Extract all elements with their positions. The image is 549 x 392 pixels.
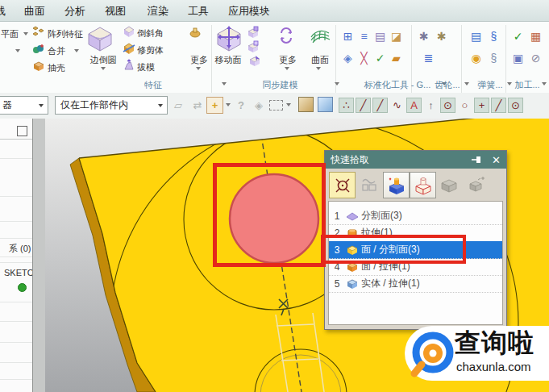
- close-icon[interactable]: ✕: [486, 154, 506, 166]
- chevron-down-icon[interactable]: [464, 82, 469, 85]
- snap-point-on-curve-icon[interactable]: ╱: [491, 98, 506, 113]
- move-object-icon[interactable]: ▱: [171, 98, 185, 112]
- check-icon[interactable]: ✓: [511, 29, 525, 43]
- draft-label[interactable]: 拔模: [137, 61, 155, 73]
- avoid-icon[interactable]: ⊘: [529, 51, 543, 65]
- spring-catalog-icon[interactable]: ▤: [469, 29, 483, 43]
- chevron-down-icon[interactable]: [335, 82, 339, 85]
- menu-item-analysis[interactable]: 分析: [64, 4, 85, 19]
- chevron-down-icon[interactable]: [286, 103, 291, 106]
- std-tool-icon-6[interactable]: ╳: [357, 51, 371, 65]
- more-sync-label[interactable]: 更多: [277, 54, 299, 66]
- unite-label[interactable]: 合并: [48, 45, 65, 57]
- menu-item-view[interactable]: 视图: [105, 4, 126, 19]
- rectangle-select-icon[interactable]: [269, 100, 283, 111]
- part-navigator-panel[interactable]: 系 (0) SKETCH: [0, 119, 33, 392]
- quickpick-filter-component-button[interactable]: [436, 172, 461, 197]
- move-face-label[interactable]: 移动面: [211, 54, 245, 66]
- solid-body-filter-icon[interactable]: [298, 97, 314, 112]
- chevron-down-icon[interactable]: [316, 67, 321, 70]
- trim-body-label[interactable]: 修剪体: [137, 44, 164, 56]
- snap-arc-center-icon[interactable]: ⊙: [440, 98, 455, 113]
- trim-body-button[interactable]: [123, 42, 135, 58]
- quickpick-filter-wireframe-button[interactable]: [356, 172, 381, 197]
- menu-item-curve[interactable]: 线: [0, 4, 6, 19]
- spring-cut-icon[interactable]: §: [487, 51, 501, 65]
- quick-pick-row-1[interactable]: 1 分割面(3): [329, 207, 502, 225]
- chevron-down-icon[interactable]: [101, 67, 106, 70]
- snap-quadrant-icon[interactable]: ○: [457, 98, 472, 113]
- menu-item-surface[interactable]: 曲面: [24, 4, 45, 19]
- chevron-down-icon[interactable]: [285, 67, 289, 70]
- sync-tool-button-3[interactable]: [248, 54, 261, 70]
- panel-header-box-icon[interactable]: [17, 126, 27, 136]
- std-tool-icon-4[interactable]: ◪: [389, 29, 403, 43]
- shell-button[interactable]: [32, 60, 45, 76]
- chevron-down-icon[interactable]: [15, 49, 20, 52]
- pattern-feature-label[interactable]: 阵列特征: [48, 28, 83, 40]
- surface-button[interactable]: [310, 26, 331, 48]
- edge-blend-label[interactable]: 边倒圆: [87, 54, 119, 66]
- pin-icon[interactable]: [471, 154, 483, 165]
- snap-point-toggle[interactable]: +: [206, 97, 223, 114]
- quickpick-filter-feature-button[interactable]: [383, 172, 410, 198]
- selection-filter-combo[interactable]: 器: [0, 96, 48, 115]
- menu-item-render[interactable]: 渲染: [148, 4, 168, 19]
- std-tool-icon-5[interactable]: ◈: [341, 51, 355, 65]
- help-pick-icon[interactable]: ?: [234, 98, 248, 112]
- chevron-down-icon[interactable]: [196, 67, 201, 70]
- washer-icon[interactable]: ◉: [469, 51, 483, 65]
- surface-label[interactable]: 曲面: [309, 54, 331, 66]
- snap-pole-icon[interactable]: ↑: [423, 98, 439, 113]
- snap-spline-icon[interactable]: A: [406, 98, 422, 113]
- navigator-item-csys[interactable]: 系 (0): [9, 243, 31, 255]
- quick-pick-row-5[interactable]: 5 实体 / 拉伸(1): [329, 275, 502, 293]
- chevron-down-icon[interactable]: [226, 103, 231, 106]
- quick-pick-titlebar[interactable]: 快速拾取 ✕: [325, 151, 506, 169]
- chevron-down-icon[interactable]: [222, 82, 227, 85]
- draft-button[interactable]: [123, 59, 135, 75]
- snap-intersection-icon[interactable]: +: [474, 98, 489, 113]
- gear-list-icon[interactable]: ≣: [422, 51, 435, 65]
- more-feature-label[interactable]: 更多: [188, 54, 210, 66]
- snap-control-icon[interactable]: ╱: [372, 98, 388, 113]
- menu-item-applications[interactable]: 应用模块: [228, 4, 270, 19]
- quickpick-filter-all-button[interactable]: [329, 172, 356, 198]
- snap-existing-point-icon[interactable]: ⊙: [508, 98, 523, 113]
- edge-blend-button[interactable]: [85, 23, 114, 56]
- chevron-down-icon[interactable]: [542, 82, 547, 85]
- gear-tool-icon-2[interactable]: ✱: [435, 29, 448, 43]
- sync-tool-button-1[interactable]: [247, 26, 260, 42]
- snap-curve-icon[interactable]: ∿: [389, 98, 405, 113]
- gear-tool-icon-1[interactable]: ✱: [417, 29, 430, 43]
- std-tool-icon-7[interactable]: ✓: [373, 51, 387, 65]
- move-face-button[interactable]: [214, 23, 243, 56]
- plane-button[interactable]: 平面: [1, 28, 19, 40]
- grid-table-icon[interactable]: ▦: [529, 29, 543, 43]
- spring-coil-icon[interactable]: §: [487, 29, 501, 43]
- chevron-down-icon[interactable]: [23, 32, 28, 35]
- menu-item-tools[interactable]: 工具: [188, 4, 209, 19]
- more-sync-button[interactable]: [278, 27, 294, 47]
- resource-bar-strip[interactable]: [33, 119, 46, 392]
- chevron-down-icon[interactable]: [74, 49, 79, 52]
- pattern-feature-button[interactable]: [32, 26, 45, 42]
- unite-button[interactable]: [32, 43, 45, 59]
- chamfer-label[interactable]: 倒斜角: [137, 27, 164, 40]
- shaded-body-icon[interactable]: [318, 97, 333, 112]
- chamfer-button[interactable]: [123, 25, 135, 41]
- std-tool-icon-3[interactable]: ▤: [373, 29, 387, 43]
- navigator-item-sketch[interactable]: SKETCH: [4, 268, 33, 277]
- std-tool-icon-2[interactable]: ≡: [357, 29, 371, 43]
- selection-scope-combo[interactable]: 仅在工作部件内: [55, 96, 168, 115]
- more-feature-button[interactable]: [189, 26, 202, 42]
- hand-pick-icon[interactable]: ◈: [252, 98, 266, 112]
- std-tool-icon-8[interactable]: ▰: [389, 51, 403, 65]
- quickpick-filter-assembly-button[interactable]: [463, 172, 488, 197]
- swap-arrows-icon[interactable]: ⇄: [190, 98, 205, 112]
- snap-midpoint-icon[interactable]: ╱: [356, 98, 371, 113]
- window-icon[interactable]: ▣: [511, 51, 525, 65]
- snap-endpoint-icon[interactable]: ∴: [339, 98, 354, 113]
- quickpick-filter-body-button[interactable]: [410, 172, 436, 198]
- std-tool-icon-1[interactable]: ⊞: [341, 29, 355, 43]
